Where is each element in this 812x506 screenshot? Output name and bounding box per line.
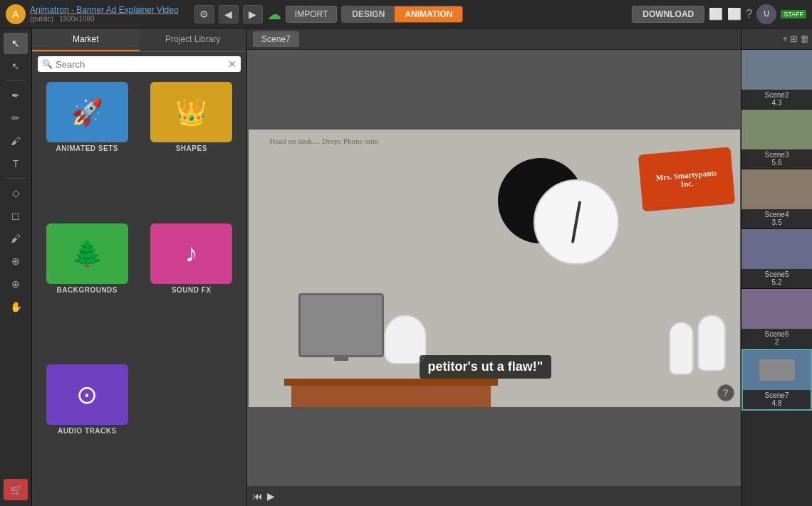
scene-thumb-scene2[interactable]: Scene24.3 [741,50,812,110]
thumb-label-scene4: Scene43.5 [741,209,812,228]
grid-view-button[interactable]: ⊞ [790,33,798,44]
paint-tool[interactable]: 🖌 [4,228,28,249]
category-label-audio-tracks: AUDIO TRACKS [58,427,117,435]
mode-group: DESIGN ANIMATION [341,6,463,23]
add-scene-button[interactable]: + [782,33,788,44]
toolbar-separator-2 [5,178,26,179]
thumb-label-scene2: Scene24.3 [741,90,812,109]
scene-thumb-scene4[interactable]: Scene43.5 [741,169,812,229]
scene-thumb-scene7[interactable]: Scene74.8 [741,349,812,411]
cloud-upload-button[interactable]: ☁ [267,6,281,23]
category-sound-fx[interactable]: ♪ SOUND FX [142,223,241,359]
project-title[interactable]: Animatron - Banner Ad Explainer Video [30,5,190,15]
category-audio-tracks[interactable]: ⊙ AUDIO TRACKS [38,364,137,500]
import-button[interactable]: IMPORT [286,6,337,23]
scene-thumb-scene3[interactable]: Scene35.6 [741,110,812,169]
thumb-label-scene5: Scene55.2 [741,269,812,288]
pen-tool[interactable]: ✒ [4,85,28,106]
view-toggle-button[interactable]: ⬜ [709,7,723,21]
download-button[interactable]: DOWNLOAD [632,6,704,23]
shape-tool[interactable]: ◇ [4,182,28,204]
staff-badge: STAFF [781,10,806,19]
toolbar-separator [5,80,26,81]
project-meta: (public) 1920x1080 [30,15,190,23]
category-shapes[interactable]: 👑 SHAPES [142,82,241,218]
scenes-panel: + ⊞ 🗑 Scene24.3 Scene35.6 Scene43.5 Scen… [741,28,812,506]
title-area: Animatron - Banner Ad Explainer Video (p… [30,5,190,23]
help-button[interactable]: ? [746,8,752,21]
category-label-shapes: SHAPES [176,144,207,152]
project-library-tab[interactable]: Project Library [140,28,247,51]
category-backgrounds[interactable]: 🌲 BACKGROUNDS [38,223,137,359]
text-tool[interactable]: T [4,153,28,174]
search-icon: 🔍 [42,59,53,69]
thumb-label-scene7: Scene74.8 [743,390,811,409]
brush-tool[interactable]: 🖌 [4,130,28,152]
pencil-tool[interactable]: ✏ [4,107,28,129]
canvas-content: Head on desk.... Drops Phone onto his co… [249,130,740,407]
caption-text: petitor's ut a flaw!" [420,355,552,379]
user-avatar[interactable]: U [756,4,776,24]
market-tab[interactable]: Market [32,28,140,51]
animation-mode-button[interactable]: ANIMATION [395,6,462,22]
delete-scene-button[interactable]: 🗑 [800,33,809,44]
canvas-area: Scene7 Head on desk.... Drops Phone onto… [247,28,741,506]
thumb-label-scene6: Scene62 [741,329,812,348]
market-button[interactable]: 🛒 [4,479,28,500]
scene-panel-header: + ⊞ 🗑 [741,28,812,50]
scene-thumb-scene6[interactable]: Scene62 [741,289,812,349]
app-logo: A [6,4,26,24]
canvas-bottom-controls: ⏮ ▶ [247,486,741,506]
play-button[interactable]: ▶ [267,490,275,502]
design-mode-button[interactable]: DESIGN [342,6,395,22]
thumb-label-scene3: Scene35.6 [741,149,812,169]
search-box: 🔍 ✕ [38,56,241,72]
undo-button[interactable]: ◀ [219,5,239,23]
hand-tool[interactable]: ✋ [4,296,28,317]
prev-frame-button[interactable]: ⏮ [253,490,263,502]
categories-grid: 🚀 ANIMATED SETS 👑 SHAPES 🌲 BACKGROUNDS ♪… [32,76,246,506]
category-animated-sets[interactable]: 🚀 ANIMATED SETS [38,82,137,218]
scene-tab-bar: Scene7 [247,28,741,50]
scene7-tab[interactable]: Scene7 [253,31,299,47]
search-clear-button[interactable]: ✕ [228,58,236,70]
category-label-animated-sets: ANIMATED SETS [56,144,118,152]
panel-tabs: Market Project Library [32,28,246,52]
gear-button[interactable]: ⚙ [194,5,214,23]
select-tool[interactable]: ↖ [4,33,28,54]
assets-panel: Market Project Library 🔍 ✕ 🚀 ANIMATED SE… [32,28,247,506]
help-overlay-button[interactable]: ? [717,384,734,401]
eyedropper-tool[interactable]: ⊕ [4,251,28,272]
canvas-wrapper: Head on desk.... Drops Phone onto his co… [247,50,741,486]
left-toolbar: ↖ ↖ ✒ ✏ 🖌 T ◇ ◻ 🖌 ⊕ ⊕ ✋ 🛒 [0,28,32,506]
scene-thumb-scene5[interactable]: Scene55.2 [741,229,812,289]
search-input[interactable] [56,59,225,70]
zoom-tool[interactable]: ⊕ [4,273,28,295]
move-tool[interactable]: ↖ [4,56,28,77]
redo-button[interactable]: ▶ [243,5,263,23]
eraser-tool[interactable]: ◻ [4,205,28,226]
category-label-sound-fx: SOUND FX [172,286,212,294]
fullscreen-button[interactable]: ⬜ [727,7,741,21]
category-label-backgrounds: BACKGROUNDS [57,286,118,294]
